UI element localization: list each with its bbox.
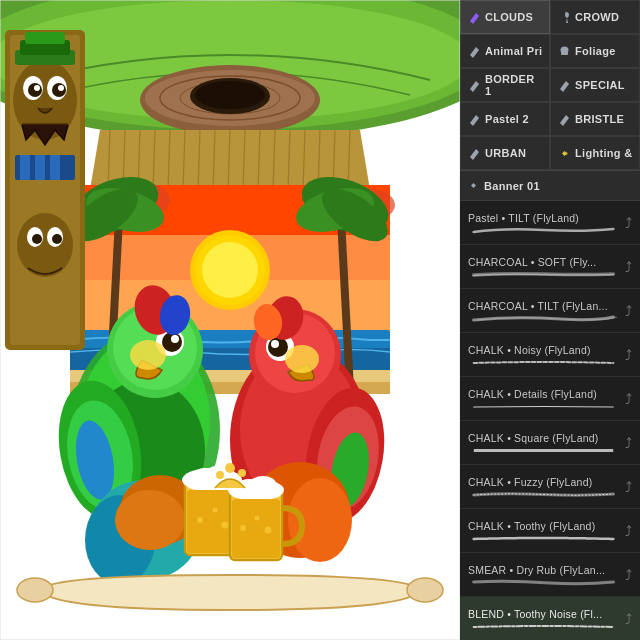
- border-pencil-icon: [467, 78, 481, 92]
- tab-banner-label: Banner 01: [484, 180, 540, 192]
- tab-foliage[interactable]: Foliage: [550, 34, 640, 68]
- brush-action-6[interactable]: ⤴: [625, 435, 632, 451]
- svg-point-67: [17, 213, 73, 277]
- brush-stroke-3: [468, 314, 619, 322]
- brush-action-5[interactable]: ⤴: [625, 391, 632, 407]
- stamp-icon: [557, 44, 571, 58]
- svg-point-120: [240, 525, 246, 531]
- svg-point-9: [195, 81, 265, 109]
- brush-action-7[interactable]: ⤴: [625, 479, 632, 495]
- svg-point-71: [52, 234, 62, 244]
- svg-point-82: [171, 335, 179, 343]
- tab-pastel2[interactable]: Pastel 2: [460, 102, 550, 136]
- brush-name-4: CHALK • Noisy (FlyLand): [468, 344, 619, 356]
- brush-name-5: CHALK • Details (FlyLand): [468, 388, 619, 400]
- brush-panel: CLOUDS CROWD Animal Pri: [460, 0, 640, 640]
- svg-point-100: [285, 345, 319, 373]
- svg-point-126: [17, 578, 53, 602]
- svg-point-121: [255, 516, 260, 521]
- tab-foliage-label: Foliage: [575, 45, 616, 57]
- svg-rect-119: [232, 499, 280, 558]
- svg-point-127: [407, 578, 443, 602]
- svg-point-125: [238, 469, 246, 477]
- svg-point-38: [202, 242, 258, 298]
- tab-urban[interactable]: URBAN: [460, 136, 550, 170]
- brush-name-10: BLEND • Toothy Noise (Fl...: [468, 608, 619, 620]
- brush-preview-9: SMEAR • Dry Rub (FlyLan...: [468, 564, 619, 586]
- svg-point-83: [130, 340, 166, 370]
- svg-point-70: [32, 234, 42, 244]
- brush-action-2[interactable]: ⤴: [625, 259, 632, 275]
- tab-lighting[interactable]: Lighting &: [550, 136, 640, 170]
- svg-point-58: [34, 85, 40, 91]
- tab-animal-label: Animal Pri: [485, 45, 542, 57]
- brush-item-8[interactable]: CHALK • Toothy (FlyLand) ⤴: [460, 509, 640, 553]
- brush-item-1[interactable]: Pastel • TILT (FlyLand) ⤴: [460, 201, 640, 245]
- brush-preview-6: CHALK • Square (FlyLand): [468, 432, 619, 454]
- urban-pencil-icon: [467, 146, 481, 160]
- tab-clouds-label: CLOUDS: [485, 11, 533, 23]
- brush-list[interactable]: Pastel • TILT (FlyLand) ⤴ CHARCOAL • SOF…: [460, 201, 640, 640]
- svg-point-112: [213, 508, 218, 513]
- brush-action-4[interactable]: ⤴: [625, 347, 632, 363]
- brush-item-5[interactable]: CHALK • Details (FlyLand) ⤴: [460, 377, 640, 421]
- brush-action-10[interactable]: ⤴: [625, 611, 632, 627]
- brush-name-8: CHALK • Toothy (FlyLand): [468, 520, 619, 532]
- tab-special-label: SPECIAL: [575, 79, 625, 91]
- illustration-svg: [0, 0, 460, 640]
- brush-preview-2: CHARCOAL • SOFT (Fly...: [468, 256, 619, 278]
- brush-action-3[interactable]: ⤴: [625, 303, 632, 319]
- brush-preview-10: BLEND • Toothy Noise (Fl...: [468, 608, 619, 630]
- brush-stroke-7: [468, 490, 619, 498]
- wrench-icon: [557, 10, 571, 24]
- brush-name-3: CHARCOAL • TILT (FlyLan...: [468, 300, 619, 312]
- svg-point-59: [58, 85, 64, 91]
- tab-lighting-label: Lighting &: [575, 147, 632, 159]
- svg-rect-65: [35, 155, 45, 180]
- brush-item-6[interactable]: CHALK • Square (FlyLand) ⤴: [460, 421, 640, 465]
- brush-name-9: SMEAR • Dry Rub (FlyLan...: [468, 564, 619, 576]
- svg-rect-135: [474, 449, 613, 452]
- brush-stroke-4: [468, 358, 619, 366]
- brush-item-9[interactable]: SMEAR • Dry Rub (FlyLan... ⤴: [460, 553, 640, 597]
- pastel2-pencil-icon: [467, 112, 481, 126]
- svg-marker-134: [471, 183, 476, 188]
- brush-stroke-10: [468, 622, 619, 630]
- brush-item-4[interactable]: CHALK • Noisy (FlyLand) ⤴: [460, 333, 640, 377]
- tab-banner[interactable]: Banner 01: [460, 171, 640, 200]
- svg-point-99: [271, 340, 279, 348]
- brush-item-7[interactable]: CHALK • Fuzzy (FlyLand) ⤴: [460, 465, 640, 509]
- svg-point-118: [250, 476, 276, 492]
- tab-animal[interactable]: Animal Pri: [460, 34, 550, 68]
- brush-item-3[interactable]: CHARCOAL • TILT (FlyLan... ⤴: [460, 289, 640, 333]
- pencil-purple-icon: [467, 10, 481, 24]
- tab-clouds[interactable]: CLOUDS: [460, 0, 550, 34]
- tab-crowd-label: CROWD: [575, 11, 619, 23]
- brush-stroke-8: [468, 534, 619, 542]
- brush-stroke-2: [468, 270, 619, 278]
- svg-point-122: [265, 527, 272, 534]
- svg-point-81: [162, 332, 182, 352]
- pencil-gray-icon: [467, 44, 481, 58]
- banner-diamond-icon: [466, 179, 480, 193]
- brush-preview-7: CHALK • Fuzzy (FlyLand): [468, 476, 619, 498]
- brush-action-1[interactable]: ⤴: [625, 215, 632, 231]
- svg-rect-64: [20, 155, 30, 180]
- brush-stroke-1: [468, 226, 619, 234]
- svg-point-123: [216, 471, 224, 479]
- svg-point-104: [288, 478, 352, 562]
- brush-action-8[interactable]: ⤴: [625, 523, 632, 539]
- tab-border[interactable]: BORDER 1: [460, 68, 550, 102]
- tab-bristle[interactable]: BRISTLE: [550, 102, 640, 136]
- special-pencil-icon: [557, 78, 571, 92]
- tab-bristle-label: BRISTLE: [575, 113, 624, 125]
- svg-point-124: [225, 463, 235, 473]
- brush-preview-8: CHALK • Toothy (FlyLand): [468, 520, 619, 542]
- brush-item-10[interactable]: BLEND • Toothy Noise (Fl... ⤴: [460, 597, 640, 640]
- brush-name-6: CHALK • Square (FlyLand): [468, 432, 619, 444]
- tab-special[interactable]: SPECIAL: [550, 68, 640, 102]
- tab-urban-label: URBAN: [485, 147, 526, 159]
- brush-action-9[interactable]: ⤴: [625, 567, 632, 583]
- tab-crowd[interactable]: CROWD: [550, 0, 640, 34]
- brush-item-2[interactable]: CHARCOAL • SOFT (Fly... ⤴: [460, 245, 640, 289]
